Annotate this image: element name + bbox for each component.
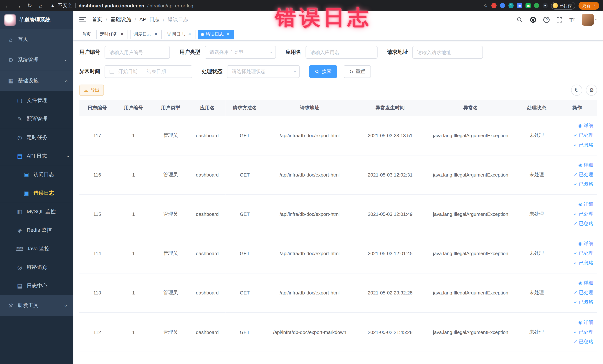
fullscreen-icon[interactable]	[557, 16, 563, 23]
user-type-select[interactable]: 请选择用户类型 ›	[205, 46, 276, 59]
column-header-user-type: 用户类型	[152, 100, 189, 116]
reload-icon[interactable]: ↻	[26, 2, 33, 9]
search-button[interactable]: 搜索	[309, 65, 337, 78]
cell-process-status: 未处理	[516, 116, 557, 155]
help-icon[interactable]: ?	[544, 16, 550, 23]
sidebar-item-label: Redis 监控	[27, 227, 52, 234]
ignored-link[interactable]: ✓已忽略	[559, 140, 593, 150]
sidebar-item-api-log[interactable]: ▤API 日志›	[0, 147, 73, 165]
action-label: 已忽略	[579, 297, 593, 307]
extension-icon-dark-pin[interactable]: ✦	[543, 3, 548, 8]
cell-operation: ◉详细✓已处理✓已忽略	[557, 194, 597, 234]
bookmark-star-icon[interactable]: ☆	[483, 3, 488, 9]
tab-close-icon[interactable]: ×	[225, 32, 231, 37]
extension-icon-teal-y[interactable]: Y	[509, 3, 514, 8]
ignored-link[interactable]: ✓已忽略	[559, 219, 593, 228]
breadcrumb-item[interactable]: 基础设施	[110, 16, 131, 23]
export-button[interactable]: 导出	[79, 84, 104, 96]
chrome-update-button[interactable]: 更新 ⋮	[579, 2, 599, 10]
tab-错误日志[interactable]: 错误日志×	[197, 29, 234, 39]
address-bar[interactable]: ▲ 不安全 dashboard.yudao.iocoder.cn/infra/l…	[50, 2, 480, 9]
tab-close-icon[interactable]: ×	[187, 32, 192, 37]
column-header-exception-time: 异常发生时间	[355, 100, 425, 116]
extension-icon-red[interactable]	[491, 3, 497, 8]
home-icon: ⌂	[7, 36, 15, 42]
browser-toolbar-icons: ☆ Y ▦ on ✦ 已暂停 更新 ⋮	[483, 2, 599, 10]
user-id-input[interactable]	[104, 46, 170, 59]
request-url-input[interactable]	[412, 46, 483, 59]
sidebar-item-job[interactable]: ◷定时任务	[0, 128, 73, 147]
gear-icon: ⚙	[7, 57, 15, 63]
ignored-link[interactable]: ✓已忽略	[559, 297, 593, 307]
processed-link[interactable]: ✓已处理	[559, 288, 593, 297]
filter-process-status: 处理状态 请选择处理状态 ›	[202, 65, 300, 78]
search-icon[interactable]	[517, 16, 523, 23]
sidebar-item-system[interactable]: ⚙系统管理›	[0, 50, 73, 70]
tab-定时任务[interactable]: 定时任务×	[96, 29, 128, 39]
detail-link[interactable]: ◉详细	[559, 278, 593, 288]
processed-link[interactable]: ✓已处理	[559, 170, 593, 179]
processed-link[interactable]: ✓已处理	[559, 209, 593, 219]
security-label: 不安全	[58, 2, 72, 9]
sidebar-item-access-log[interactable]: ▣访问日志	[0, 165, 73, 184]
profile-paused-chip[interactable]: 已暂停	[551, 2, 575, 10]
processed-link[interactable]: ✓已处理	[559, 248, 593, 258]
reset-button[interactable]: ↻ 重置	[344, 65, 371, 78]
action-label: 已处理	[579, 327, 593, 337]
tab-close-icon[interactable]: ×	[153, 32, 158, 37]
user-menu[interactable]: ›	[582, 14, 597, 26]
cell-request-url: /api/infra/db-doc/export-html	[264, 273, 355, 312]
back-icon[interactable]: ←	[4, 2, 11, 9]
sidebar-item-trace[interactable]: ◎链路追踪	[0, 258, 73, 277]
cell-process-status: 未处理	[516, 273, 557, 312]
extension-icon-blue-drop[interactable]	[500, 3, 505, 8]
sidebar-item-file[interactable]: ▢文件管理	[0, 91, 73, 110]
app-name-input[interactable]	[305, 46, 377, 59]
sidebar-item-redis[interactable]: ◈Redis 监控	[0, 221, 73, 240]
detail-link[interactable]: ◉详细	[559, 239, 593, 248]
breadcrumb-item[interactable]: API 日志	[139, 16, 160, 23]
ignored-link[interactable]: ✓已忽略	[559, 258, 593, 268]
extension-icon-green-leaf[interactable]	[534, 3, 539, 8]
filter-user-id: 用户编号	[79, 46, 170, 59]
font-size-icon[interactable]: TT	[569, 16, 575, 23]
check-icon: ✓	[574, 130, 577, 140]
cell-user-id: 1	[115, 155, 152, 194]
kebab-menu-icon[interactable]: ⋮	[593, 3, 597, 8]
cell-method: GET	[225, 116, 264, 155]
extension-icon-blue-grid[interactable]: ▦	[517, 3, 522, 8]
tab-首页[interactable]: 首页	[79, 29, 94, 39]
sidebar-item-log-center[interactable]: ▤日志中心	[0, 277, 73, 295]
breadcrumb-item[interactable]: 首页	[92, 16, 102, 23]
detail-link[interactable]: ◉详细	[559, 318, 593, 327]
sidebar-item-mysql[interactable]: ▥MySQL 监控	[0, 202, 73, 221]
exception-time-range-picker[interactable]: 开始日期 - 结束日期	[104, 65, 192, 78]
sidebar-item-dev-tools[interactable]: ⚒研发工具›	[0, 295, 73, 316]
forward-icon[interactable]: →	[15, 2, 22, 9]
sidebar-item-error-log[interactable]: ▣错误日志	[0, 184, 73, 202]
detail-link[interactable]: ◉详细	[559, 160, 593, 170]
processed-link[interactable]: ✓已处理	[559, 130, 593, 140]
detail-link[interactable]: ◉详细	[559, 200, 593, 209]
processed-link[interactable]: ✓已处理	[559, 327, 593, 337]
process-status-select[interactable]: 请选择处理状态 ›	[227, 65, 300, 78]
ignored-link[interactable]: ✓已忽略	[559, 179, 593, 189]
ignored-link[interactable]: ✓已忽略	[559, 337, 593, 347]
github-icon[interactable]	[530, 16, 537, 23]
column-settings-icon[interactable]: ⚙	[586, 84, 597, 96]
sidebar-item-infra[interactable]: ▦基础设施›	[0, 70, 73, 91]
sidebar-item-config[interactable]: ✎配置管理	[0, 110, 73, 128]
refresh-table-icon[interactable]: ↻	[571, 84, 582, 96]
detail-link[interactable]: ◉详细	[559, 121, 593, 130]
app-logo[interactable]: 芋道管理系统	[0, 11, 73, 29]
sidebar-item-java[interactable]: ⌨Java 监控	[0, 240, 73, 258]
extension-icon-on-badge[interactable]: on	[525, 3, 531, 8]
sidebar-item-home[interactable]: ⌂首页	[0, 29, 73, 50]
tab-调度日志[interactable]: 调度日志×	[130, 29, 162, 39]
tab-close-icon[interactable]: ×	[119, 32, 125, 37]
column-header-log-id: 日志编号	[79, 100, 115, 116]
home-icon[interactable]: ⌂	[37, 2, 45, 9]
hamburger-icon[interactable]	[79, 17, 86, 22]
tab-访问日志[interactable]: 访问日志×	[164, 29, 195, 39]
eye-icon: ◉	[578, 200, 582, 209]
